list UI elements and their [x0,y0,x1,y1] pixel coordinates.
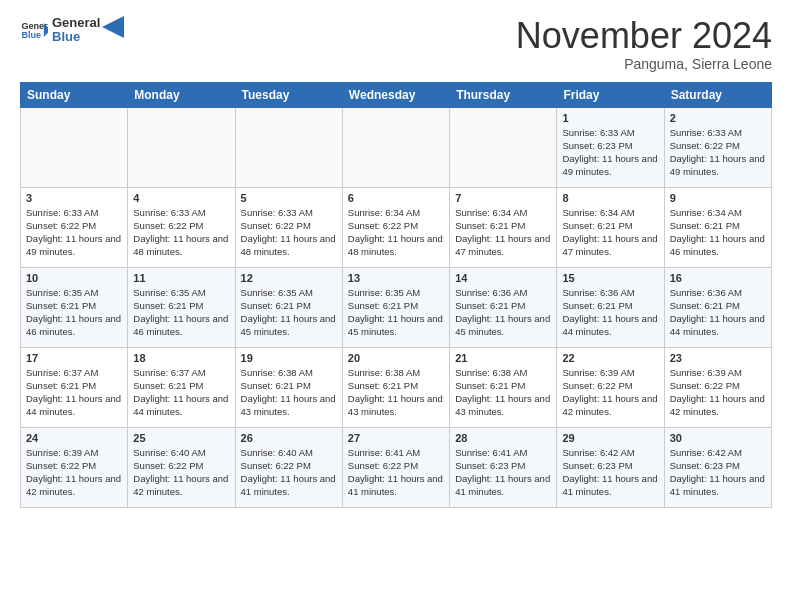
calendar-week-row: 10Sunrise: 6:35 AM Sunset: 6:21 PM Dayli… [21,267,772,347]
weekday-header: Monday [128,82,235,107]
day-info: Sunrise: 6:34 AM Sunset: 6:21 PM Dayligh… [670,206,766,259]
weekday-header: Tuesday [235,82,342,107]
day-number: 16 [670,272,766,284]
day-number: 29 [562,432,658,444]
calendar-cell [21,107,128,187]
weekday-header: Wednesday [342,82,449,107]
calendar-cell: 18Sunrise: 6:37 AM Sunset: 6:21 PM Dayli… [128,347,235,427]
calendar-cell: 26Sunrise: 6:40 AM Sunset: 6:22 PM Dayli… [235,427,342,507]
day-info: Sunrise: 6:41 AM Sunset: 6:22 PM Dayligh… [348,446,444,499]
day-number: 21 [455,352,551,364]
day-number: 20 [348,352,444,364]
day-number: 12 [241,272,337,284]
calendar-cell: 6Sunrise: 6:34 AM Sunset: 6:22 PM Daylig… [342,187,449,267]
calendar-cell: 30Sunrise: 6:42 AM Sunset: 6:23 PM Dayli… [664,427,771,507]
calendar-week-row: 17Sunrise: 6:37 AM Sunset: 6:21 PM Dayli… [21,347,772,427]
calendar-cell: 7Sunrise: 6:34 AM Sunset: 6:21 PM Daylig… [450,187,557,267]
month-title: November 2024 [516,16,772,56]
calendar-cell: 14Sunrise: 6:36 AM Sunset: 6:21 PM Dayli… [450,267,557,347]
day-number: 15 [562,272,658,284]
calendar-cell: 5Sunrise: 6:33 AM Sunset: 6:22 PM Daylig… [235,187,342,267]
calendar-table: SundayMondayTuesdayWednesdayThursdayFrid… [20,82,772,508]
day-number: 22 [562,352,658,364]
day-info: Sunrise: 6:36 AM Sunset: 6:21 PM Dayligh… [455,286,551,339]
day-info: Sunrise: 6:33 AM Sunset: 6:22 PM Dayligh… [241,206,337,259]
day-info: Sunrise: 6:35 AM Sunset: 6:21 PM Dayligh… [26,286,122,339]
day-number: 10 [26,272,122,284]
calendar-cell: 4Sunrise: 6:33 AM Sunset: 6:22 PM Daylig… [128,187,235,267]
day-info: Sunrise: 6:39 AM Sunset: 6:22 PM Dayligh… [562,366,658,419]
calendar-cell: 12Sunrise: 6:35 AM Sunset: 6:21 PM Dayli… [235,267,342,347]
calendar-week-row: 1Sunrise: 6:33 AM Sunset: 6:23 PM Daylig… [21,107,772,187]
day-number: 30 [670,432,766,444]
calendar-cell: 28Sunrise: 6:41 AM Sunset: 6:23 PM Dayli… [450,427,557,507]
day-info: Sunrise: 6:38 AM Sunset: 6:21 PM Dayligh… [348,366,444,419]
day-info: Sunrise: 6:38 AM Sunset: 6:21 PM Dayligh… [241,366,337,419]
day-number: 17 [26,352,122,364]
calendar-cell [342,107,449,187]
calendar-cell: 9Sunrise: 6:34 AM Sunset: 6:21 PM Daylig… [664,187,771,267]
day-number: 2 [670,112,766,124]
calendar-cell: 16Sunrise: 6:36 AM Sunset: 6:21 PM Dayli… [664,267,771,347]
calendar-cell: 3Sunrise: 6:33 AM Sunset: 6:22 PM Daylig… [21,187,128,267]
day-info: Sunrise: 6:40 AM Sunset: 6:22 PM Dayligh… [241,446,337,499]
weekday-header: Friday [557,82,664,107]
calendar-cell: 21Sunrise: 6:38 AM Sunset: 6:21 PM Dayli… [450,347,557,427]
calendar-cell: 29Sunrise: 6:42 AM Sunset: 6:23 PM Dayli… [557,427,664,507]
weekday-header: Sunday [21,82,128,107]
weekday-header: Thursday [450,82,557,107]
location: Panguma, Sierra Leone [516,56,772,72]
day-info: Sunrise: 6:36 AM Sunset: 6:21 PM Dayligh… [562,286,658,339]
calendar-cell: 11Sunrise: 6:35 AM Sunset: 6:21 PM Dayli… [128,267,235,347]
page: General Blue General Blue November 2024 … [0,0,792,524]
calendar-cell: 17Sunrise: 6:37 AM Sunset: 6:21 PM Dayli… [21,347,128,427]
day-number: 3 [26,192,122,204]
calendar-cell: 25Sunrise: 6:40 AM Sunset: 6:22 PM Dayli… [128,427,235,507]
logo-arrow-icon [102,16,124,38]
logo-blue: Blue [52,30,100,44]
calendar-cell: 23Sunrise: 6:39 AM Sunset: 6:22 PM Dayli… [664,347,771,427]
day-number: 24 [26,432,122,444]
day-info: Sunrise: 6:36 AM Sunset: 6:21 PM Dayligh… [670,286,766,339]
day-number: 27 [348,432,444,444]
day-number: 1 [562,112,658,124]
day-info: Sunrise: 6:33 AM Sunset: 6:22 PM Dayligh… [133,206,229,259]
day-number: 19 [241,352,337,364]
calendar-cell: 8Sunrise: 6:34 AM Sunset: 6:21 PM Daylig… [557,187,664,267]
calendar-week-row: 3Sunrise: 6:33 AM Sunset: 6:22 PM Daylig… [21,187,772,267]
day-number: 14 [455,272,551,284]
calendar-cell: 22Sunrise: 6:39 AM Sunset: 6:22 PM Dayli… [557,347,664,427]
day-info: Sunrise: 6:40 AM Sunset: 6:22 PM Dayligh… [133,446,229,499]
day-number: 4 [133,192,229,204]
day-number: 6 [348,192,444,204]
calendar-cell: 2Sunrise: 6:33 AM Sunset: 6:22 PM Daylig… [664,107,771,187]
svg-marker-3 [102,16,124,38]
logo: General Blue General Blue [20,16,124,45]
day-number: 26 [241,432,337,444]
logo-general: General [52,16,100,30]
svg-text:Blue: Blue [21,31,41,41]
day-number: 7 [455,192,551,204]
day-number: 9 [670,192,766,204]
day-info: Sunrise: 6:37 AM Sunset: 6:21 PM Dayligh… [133,366,229,419]
day-number: 25 [133,432,229,444]
day-info: Sunrise: 6:35 AM Sunset: 6:21 PM Dayligh… [348,286,444,339]
day-info: Sunrise: 6:39 AM Sunset: 6:22 PM Dayligh… [26,446,122,499]
day-number: 5 [241,192,337,204]
day-number: 18 [133,352,229,364]
weekday-header-row: SundayMondayTuesdayWednesdayThursdayFrid… [21,82,772,107]
day-info: Sunrise: 6:39 AM Sunset: 6:22 PM Dayligh… [670,366,766,419]
day-info: Sunrise: 6:35 AM Sunset: 6:21 PM Dayligh… [133,286,229,339]
day-info: Sunrise: 6:34 AM Sunset: 6:21 PM Dayligh… [562,206,658,259]
weekday-header: Saturday [664,82,771,107]
calendar-cell [235,107,342,187]
day-info: Sunrise: 6:37 AM Sunset: 6:21 PM Dayligh… [26,366,122,419]
calendar-cell [128,107,235,187]
calendar-cell: 24Sunrise: 6:39 AM Sunset: 6:22 PM Dayli… [21,427,128,507]
day-info: Sunrise: 6:33 AM Sunset: 6:22 PM Dayligh… [26,206,122,259]
calendar-cell: 27Sunrise: 6:41 AM Sunset: 6:22 PM Dayli… [342,427,449,507]
day-info: Sunrise: 6:41 AM Sunset: 6:23 PM Dayligh… [455,446,551,499]
calendar-cell: 15Sunrise: 6:36 AM Sunset: 6:21 PM Dayli… [557,267,664,347]
calendar-cell: 10Sunrise: 6:35 AM Sunset: 6:21 PM Dayli… [21,267,128,347]
day-number: 23 [670,352,766,364]
